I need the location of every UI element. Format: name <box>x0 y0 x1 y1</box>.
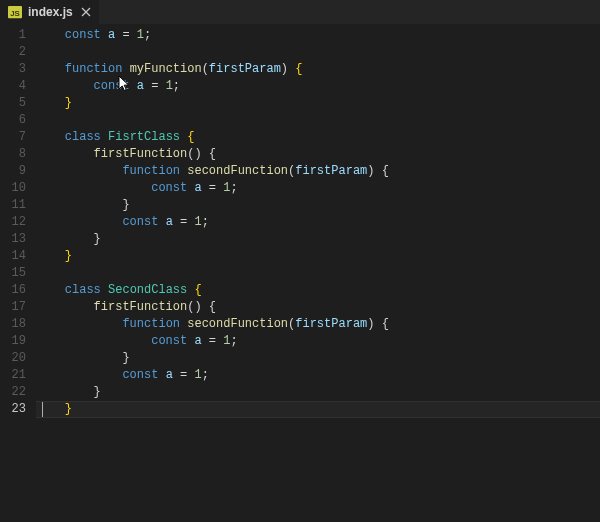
token-kw: const <box>122 368 158 382</box>
token-brace-y: } <box>65 96 72 110</box>
code-line[interactable]: } <box>36 401 600 418</box>
token-fn: secondFunction <box>187 317 288 331</box>
token-fn: firstFunction <box>94 300 188 314</box>
token-num: 1 <box>194 215 201 229</box>
line-number: 2 <box>0 44 26 61</box>
code-line[interactable]: function secondFunction(firstParam) { <box>36 316 600 333</box>
token-kw: class <box>65 130 101 144</box>
code-line[interactable]: class FisrtClass { <box>36 129 600 146</box>
code-line[interactable]: firstFunction() { <box>36 146 600 163</box>
token-brace-y: { <box>295 62 302 76</box>
line-number: 10 <box>0 180 26 197</box>
token-punct: ; <box>173 79 180 93</box>
code-line[interactable] <box>36 265 600 282</box>
code-editor[interactable]: 1234567891011121314151617181920212223 co… <box>0 24 600 522</box>
line-number: 8 <box>0 146 26 163</box>
line-number: 4 <box>0 78 26 95</box>
token-punct: = <box>151 79 158 93</box>
token-punct: = <box>209 181 216 195</box>
tab-bar: JS index.js <box>0 0 600 24</box>
token-var: firstParam <box>295 164 367 178</box>
code-line[interactable]: function myFunction(firstParam) { <box>36 61 600 78</box>
code-line[interactable]: const a = 1; <box>36 333 600 350</box>
token-kw: function <box>122 164 180 178</box>
file-tab-index-js[interactable]: JS index.js <box>0 0 99 24</box>
code-line[interactable]: } <box>36 384 600 401</box>
token-var: a <box>194 334 201 348</box>
token-punct: ) <box>194 147 201 161</box>
token-punct: ) <box>194 300 201 314</box>
line-number: 5 <box>0 95 26 112</box>
token-punct: } <box>94 232 101 246</box>
token-punct: ; <box>230 334 237 348</box>
token-punct: = <box>122 28 129 42</box>
token-var: a <box>166 215 173 229</box>
code-line[interactable]: class SecondClass { <box>36 282 600 299</box>
line-number: 13 <box>0 231 26 248</box>
code-line[interactable]: } <box>36 197 600 214</box>
token-punct: = <box>209 334 216 348</box>
code-line[interactable]: } <box>36 248 600 265</box>
code-line[interactable]: } <box>36 231 600 248</box>
code-line[interactable]: const a = 1; <box>36 367 600 384</box>
token-kw: const <box>151 334 187 348</box>
code-line[interactable]: const a = 1; <box>36 27 600 44</box>
token-fn: myFunction <box>130 62 202 76</box>
token-fn: secondFunction <box>187 164 288 178</box>
line-number: 11 <box>0 197 26 214</box>
text-caret <box>42 402 43 417</box>
token-kw: const <box>122 215 158 229</box>
token-var: a <box>137 79 144 93</box>
token-brace-y: } <box>65 402 72 416</box>
line-number: 22 <box>0 384 26 401</box>
token-punct: } <box>122 198 129 212</box>
token-kw: const <box>94 79 130 93</box>
token-punct: = <box>180 368 187 382</box>
code-line[interactable]: firstFunction() { <box>36 299 600 316</box>
tab-filename: index.js <box>28 5 73 19</box>
token-brace-y: { <box>194 283 201 297</box>
token-num: 1 <box>166 79 173 93</box>
token-kw: function <box>122 317 180 331</box>
line-number: 9 <box>0 163 26 180</box>
token-punct: ; <box>202 368 209 382</box>
code-line[interactable] <box>36 112 600 129</box>
token-punct: = <box>180 215 187 229</box>
token-fn: firstFunction <box>94 147 188 161</box>
code-line[interactable]: const a = 1; <box>36 78 600 95</box>
token-var: a <box>166 368 173 382</box>
token-punct: { <box>382 317 389 331</box>
code-line[interactable]: function secondFunction(firstParam) { <box>36 163 600 180</box>
line-number: 14 <box>0 248 26 265</box>
line-number: 23 <box>0 401 26 418</box>
line-number: 18 <box>0 316 26 333</box>
token-punct: { <box>209 147 216 161</box>
token-punct: ) <box>367 317 374 331</box>
line-number: 3 <box>0 61 26 78</box>
code-line[interactable]: const a = 1; <box>36 180 600 197</box>
token-punct: ( <box>202 62 209 76</box>
token-kw: const <box>151 181 187 195</box>
token-var: a <box>108 28 115 42</box>
line-number: 19 <box>0 333 26 350</box>
js-file-icon: JS <box>8 5 22 19</box>
line-number: 12 <box>0 214 26 231</box>
code-line[interactable]: const a = 1; <box>36 214 600 231</box>
token-punct: ; <box>202 215 209 229</box>
token-var: firstParam <box>209 62 281 76</box>
line-number: 17 <box>0 299 26 316</box>
line-number-gutter: 1234567891011121314151617181920212223 <box>0 27 36 522</box>
token-num: 1 <box>194 368 201 382</box>
token-num: 1 <box>137 28 144 42</box>
token-brace-y: { <box>187 130 194 144</box>
code-area[interactable]: const a = 1; function myFunction(firstPa… <box>36 27 600 522</box>
token-punct: { <box>382 164 389 178</box>
code-line[interactable]: } <box>36 350 600 367</box>
line-number: 20 <box>0 350 26 367</box>
token-punct: ) <box>367 164 374 178</box>
code-line[interactable] <box>36 44 600 61</box>
token-punct: ) <box>281 62 288 76</box>
code-line[interactable]: } <box>36 95 600 112</box>
close-icon[interactable] <box>79 5 93 19</box>
token-var: a <box>194 181 201 195</box>
